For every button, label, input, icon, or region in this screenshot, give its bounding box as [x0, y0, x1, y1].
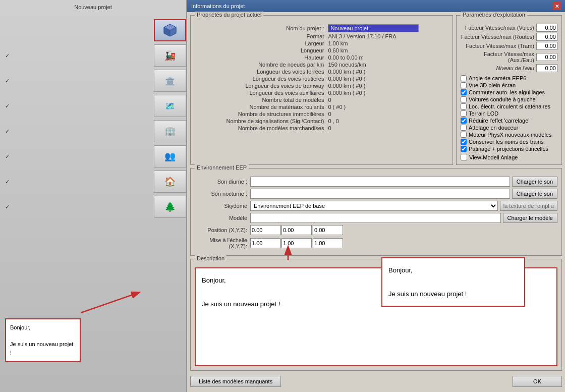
- icon-box-card[interactable]: 🗺️: [154, 95, 186, 117]
- materiaux-value: 0 ( #0 ): [326, 103, 448, 110]
- cb9-checkbox[interactable]: [461, 132, 467, 138]
- charger-modele-button[interactable]: Charger le modèle: [503, 213, 558, 223]
- cb5-checkbox[interactable]: [461, 103, 467, 109]
- card-icon: 🗺️: [165, 101, 175, 111]
- sidebar-item-building[interactable]: ✓ 🏢: [0, 119, 186, 143]
- facteur-routes-input[interactable]: [536, 33, 557, 41]
- cb1-label: Angle de caméra EEP6: [469, 75, 526, 81]
- env-group: Environnement EEP Son diurne : Charger l…: [190, 168, 562, 256]
- niveau-label: Niveau de l'eau: [461, 65, 536, 71]
- desc-line3: Je suis un nouveau projet !: [202, 300, 280, 308]
- desc-line1: Bonjour,: [202, 276, 226, 284]
- hauteur-row: Hauteur 0.00 to 0.00 m: [195, 54, 448, 61]
- facteur-aux-input[interactable]: [536, 53, 557, 61]
- cb1-checkbox[interactable]: [461, 75, 467, 81]
- echelle-z-input[interactable]: [313, 238, 343, 248]
- sidebar-item-house[interactable]: ✓ 🏠: [0, 170, 186, 194]
- voies-ferrees-label: Longueur des voies ferrées: [195, 68, 326, 75]
- cb2-label: Vue 3D plein écran: [469, 82, 516, 88]
- nom-input[interactable]: [328, 24, 419, 32]
- signalisations-label: Nombre de signalisations (Sig./Contact): [195, 118, 326, 125]
- icon-box-house[interactable]: 🏠: [154, 171, 186, 193]
- icon-box-tree[interactable]: 🌲: [154, 196, 186, 218]
- voies-routieres-value: 0.000 km ( #0 ): [326, 75, 448, 82]
- cb10-checkbox[interactable]: [461, 139, 467, 145]
- skydome-replace-button[interactable]: la texture de rempl a: [500, 201, 557, 211]
- facteur-routes-row: Facteur Vitesse/max (Routes): [461, 33, 557, 41]
- cb3-checkbox[interactable]: [461, 89, 467, 95]
- ok-button[interactable]: OK: [513, 376, 562, 387]
- dialog: Informations du projet ✕ Propriétés du p…: [187, 0, 565, 392]
- sidebar-item-rail[interactable]: ✓ 🚂: [0, 43, 186, 68]
- cb5-row: Loc. électr. circulent si caténaires: [461, 103, 557, 109]
- close-button[interactable]: ✕: [553, 2, 561, 10]
- position-z-input[interactable]: [313, 225, 343, 235]
- icon-box-station[interactable]: 🏛️: [154, 70, 186, 92]
- facteur-tram-input[interactable]: [536, 42, 557, 50]
- icon-box-building[interactable]: 🏢: [154, 120, 186, 142]
- charger-son-nocturne-button[interactable]: Charger le son: [512, 189, 557, 199]
- charger-son-diurne-button[interactable]: Charger le son: [512, 177, 557, 187]
- facteur-voies-row: Facteur Vitesse/max (Voies): [461, 24, 557, 32]
- sidebar-item-station[interactable]: ✓ 🏛️: [0, 69, 186, 93]
- total-modeles-row: Nombre total de modèles 0: [195, 96, 448, 103]
- facteur-routes-label: Facteur Vitesse/max (Routes): [461, 34, 536, 40]
- props-table: Nom du projet : Format ANL3 / Version 17…: [195, 24, 448, 132]
- rail-icon: 🚂: [164, 50, 176, 61]
- son-nocturne-input[interactable]: [250, 189, 510, 199]
- people-icon: 👥: [164, 151, 176, 162]
- tooltip-line3: Je suis un nouveau projet !: [10, 341, 73, 356]
- icon-box-rail[interactable]: 🚂: [154, 44, 186, 67]
- format-label: Format: [195, 33, 326, 40]
- cb2-checkbox[interactable]: [461, 82, 467, 88]
- tooltip-line1: Bonjour,: [10, 324, 30, 330]
- sidebar-item-card[interactable]: ✓ 🗺️: [0, 94, 186, 118]
- position-y-input[interactable]: [281, 225, 312, 235]
- cb7-checkbox[interactable]: [461, 118, 467, 124]
- noeuds-value: 150 noeuds/km: [326, 61, 448, 68]
- echelle-y-input[interactable]: [281, 238, 312, 248]
- voies-tramway-value: 0.000 km ( #0 ): [326, 82, 448, 89]
- params-group: Paramètres d'exploitation Facteur Vitess…: [456, 15, 562, 165]
- tree-icon: 🌲: [164, 201, 176, 212]
- position-row: Position (X,Y,Z):: [195, 225, 557, 235]
- cb8-checkbox[interactable]: [461, 125, 467, 131]
- props-group: Propriétés du projet actuel Nom du proje…: [190, 15, 453, 165]
- cb11-checkbox[interactable]: [461, 146, 467, 152]
- echelle-x-input[interactable]: [250, 238, 280, 248]
- signalisations-row: Nombre de signalisations (Sig./Contact) …: [195, 118, 448, 125]
- missing-models-button[interactable]: Liste des modèles manquants: [190, 376, 281, 387]
- facteur-tram-label: Facteur Vitesse/max (Tram): [461, 43, 536, 49]
- icon-box-3d[interactable]: [154, 19, 186, 41]
- view-model-checkbox[interactable]: [461, 154, 467, 160]
- sidebar-item-tree[interactable]: ✓ 🌲: [0, 195, 186, 219]
- station-icon: 🏛️: [165, 76, 175, 86]
- desc-group-label: Description: [195, 255, 227, 261]
- voies-ferrees-row: Longueur des voies ferrées 0.000 km ( #0…: [195, 68, 448, 75]
- cb4-checkbox[interactable]: [461, 96, 467, 102]
- cb11-label: Patinage + projections étincelles: [469, 146, 548, 152]
- cb6-checkbox[interactable]: [461, 110, 467, 117]
- niveau-input[interactable]: [536, 64, 557, 72]
- marchandises-value: 0: [326, 125, 448, 132]
- facteur-voies-input[interactable]: [536, 24, 557, 32]
- svg-line-4: [81, 293, 139, 313]
- cb6-label: Terrain LOD: [469, 110, 498, 117]
- cb6-row: Terrain LOD: [461, 110, 557, 117]
- sidebar-item-people[interactable]: ✓ 👥: [0, 144, 186, 169]
- position-x-input[interactable]: [250, 225, 280, 235]
- voies-auxiliaires-row: Longueur des voies auxiliaires 0.000 km …: [195, 89, 448, 96]
- son-diurne-input[interactable]: [250, 177, 510, 187]
- view-model-label: View-Modell Anlage: [469, 154, 518, 160]
- skydome-select[interactable]: Environnement EEP de base: [250, 201, 498, 211]
- icon-box-people[interactable]: 👥: [154, 145, 186, 167]
- view-model-row: View-Modell Anlage: [461, 154, 557, 160]
- check-people: ✓: [5, 153, 12, 160]
- marchandises-label: Nombre de modèles marchandises: [195, 125, 326, 132]
- voies-routieres-label: Longueur des voies routières: [195, 75, 326, 82]
- modele-input[interactable]: [250, 213, 501, 223]
- facteur-aux-row: Facteur Vitesse/max (Aux./Eau): [461, 51, 557, 63]
- son-nocturne-label: Son nocturne :: [195, 191, 250, 197]
- noeuds-row: Nombre de noeuds par km 150 noeuds/km: [195, 61, 448, 68]
- sidebar-item-3d[interactable]: [0, 18, 186, 42]
